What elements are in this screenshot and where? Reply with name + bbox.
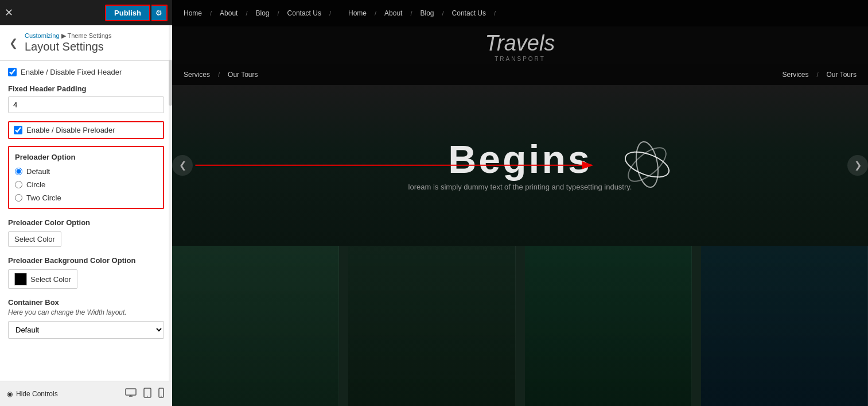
container-box-desc: Here you can change the Width layout. — [8, 308, 164, 316]
breadcrumb: Customizing ▶ Theme Settings — [25, 32, 112, 40]
radio-row-twocircle: Two Circle — [15, 194, 157, 202]
hero-text-center: Begins loream is simply dummy text of th… — [408, 137, 632, 194]
breadcrumb-wrap: Customizing ▶ Theme Settings Layout Sett… — [25, 32, 112, 53]
hide-controls-icon: ◉ — [7, 390, 13, 398]
radio-twocircle-label[interactable]: Two Circle — [26, 194, 61, 202]
nav-link-blog: Blog — [256, 9, 270, 17]
nav-link-tours: Our Tours — [228, 71, 258, 79]
desktop-icon-button[interactable] — [124, 386, 138, 401]
hero-subtitle-text: loream is simply dummy text of the print… — [408, 181, 632, 194]
publish-button[interactable]: Publish — [105, 5, 150, 21]
radio-circle[interactable] — [15, 181, 22, 188]
scroll-thumb[interactable] — [169, 60, 172, 106]
nav-link-services: Services — [184, 71, 210, 79]
container-box-title: Container Box — [8, 298, 164, 307]
hide-controls-button[interactable]: ◉ Hide Controls — [7, 390, 58, 398]
fixed-header-padding-input[interactable] — [8, 96, 164, 113]
svg-point-11 — [623, 142, 671, 187]
preloader-color-section: Preloader Color Option Select Color — [8, 218, 164, 247]
preloader-color-btn-label: Select Color — [14, 235, 55, 243]
container-box-select[interactable]: Default — [8, 321, 164, 339]
nav-link-home-r: Home — [348, 9, 367, 17]
nav-link-about-r: About — [384, 9, 402, 17]
preview-nav2-left: Services / Our Tours — [184, 71, 258, 79]
svg-point-4 — [147, 396, 148, 397]
bottom-card-4 — [701, 246, 868, 407]
mobile-icon-button[interactable] — [157, 386, 165, 401]
nav-link-services-r: Services — [782, 71, 808, 79]
radio-default-label[interactable]: Default — [26, 167, 50, 176]
preloader-checkbox[interactable] — [14, 126, 22, 134]
preloader-bg-color-btn-label: Select Color — [30, 275, 71, 284]
preloader-row: Enable / Disable Preloader — [8, 121, 164, 139]
bottom-card-3 — [525, 246, 692, 407]
fixed-header-row: Enable / Disable Fixed Header — [8, 68, 164, 76]
preview-site-title: Travels — [172, 31, 868, 56]
preview-hero: Begins loream is simply dummy text of th… — [172, 85, 868, 246]
preloader-label[interactable]: Enable / Disable Preloader — [26, 126, 115, 134]
radio-row-circle: Circle — [15, 180, 157, 189]
svg-rect-0 — [126, 389, 136, 395]
color-swatch-black — [14, 273, 27, 285]
preview-second-nav: Services / Our Tours Services / Our Tour… — [172, 64, 868, 85]
bottom-card-2 — [348, 246, 515, 407]
preloader-option-title: Preloader Option — [15, 153, 157, 161]
preview-nav-left-links: Home / About / Blog / Contact Us / — [184, 9, 331, 17]
radio-circle-label[interactable]: Circle — [26, 180, 45, 189]
preloader-option-section: Preloader Option Default Circle Two Circ… — [8, 146, 164, 209]
preview-nav-top: Home / About / Blog / Contact Us / Home … — [172, 0, 868, 26]
panel-content: Enable / Disable Fixed Header Fixed Head… — [0, 61, 172, 381]
preview-right-nav-arrow: ❯ — [847, 155, 868, 176]
preview-site-subtitle: transport — [172, 56, 868, 62]
radio-default[interactable] — [15, 168, 22, 175]
fixed-header-padding-section: Fixed Header Padding — [8, 84, 164, 121]
preloader-bg-color-title: Preloader Background Color Option — [8, 256, 164, 265]
breadcrumb-root-link[interactable]: Customizing — [25, 32, 60, 39]
nav-link-home: Home — [184, 9, 202, 17]
publish-area: Publish ⚙ — [105, 5, 168, 21]
customizer-top-bar: ✕ Publish ⚙ — [0, 0, 172, 25]
preloader-color-title: Preloader Color Option — [8, 218, 164, 227]
preview-bottom-strip — [172, 246, 868, 407]
nav-link-about: About — [220, 9, 238, 17]
close-button[interactable]: ✕ — [5, 7, 13, 18]
fixed-header-checkbox[interactable] — [8, 68, 17, 76]
preloader-color-button[interactable]: Select Color — [8, 231, 61, 247]
tablet-icon-button[interactable] — [142, 386, 153, 401]
panel-title: Layout Settings — [25, 40, 112, 53]
svg-point-6 — [161, 396, 162, 397]
preview-site-title-bar: Travels transport — [172, 26, 868, 64]
fixed-header-padding-label: Fixed Header Padding — [8, 84, 164, 93]
preview-nav-right-links: Home / About / Blog / Contact Us / — [348, 9, 496, 17]
preloader-ring — [621, 138, 673, 192]
radio-twocircle[interactable] — [15, 194, 22, 202]
settings-button[interactable]: ⚙ — [151, 5, 168, 21]
preloader-bg-color-button[interactable]: Select Color — [8, 269, 77, 289]
nav-link-contact: Contact Us — [287, 9, 321, 17]
preview-left-nav-arrow: ❮ — [172, 155, 193, 176]
nav-link-contact-r: Contact Us — [452, 9, 486, 17]
back-button[interactable]: ❮ — [7, 37, 20, 49]
panel-nav: ❮ Customizing ▶ Theme Settings Layout Se… — [0, 25, 172, 56]
preview-area: Home / About / Blog / Contact Us / Home … — [172, 0, 868, 406]
preloader-bg-color-section: Preloader Background Color Option Select… — [8, 256, 164, 289]
bottom-card-1 — [172, 246, 339, 407]
fixed-header-label[interactable]: Enable / Disable Fixed Header — [21, 68, 122, 76]
hide-controls-label: Hide Controls — [16, 390, 58, 398]
nav-link-blog-r: Blog — [421, 9, 434, 17]
hero-begins-text: Begins — [408, 137, 632, 181]
scroll-bar — [169, 25, 172, 381]
device-icons-group — [124, 386, 165, 401]
customizer-panel: ✕ Publish ⚙ ❮ Customizing ▶ Theme Settin… — [0, 0, 172, 406]
customizer-bottom-bar: ◉ Hide Controls — [0, 381, 172, 406]
radio-row-default: Default — [15, 167, 157, 176]
breadcrumb-child: Theme Settings — [67, 32, 111, 39]
preview-nav2-right: Services / Our Tours — [782, 71, 857, 79]
nav-link-tours-r: Our Tours — [827, 71, 857, 79]
container-box-section: Container Box Here you can change the Wi… — [8, 298, 164, 339]
